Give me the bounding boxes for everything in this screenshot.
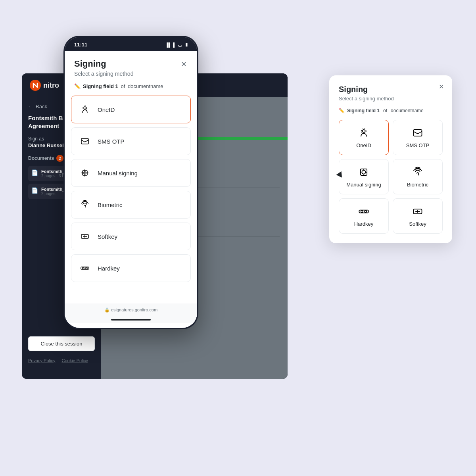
manual-signing-icon (78, 166, 92, 180)
svg-point-9 (363, 130, 365, 132)
sms-otp-icon (78, 134, 92, 148)
signal-icon: ▐▌▐ (165, 42, 175, 47)
modal-option-label-softkey: Softkey (409, 221, 426, 227)
softkey-icon (78, 229, 92, 244)
phone-modal-subtitle: Select a signing method (74, 71, 188, 77)
phone-field-label: ✏️ Signing field 1 of documentname (65, 83, 197, 89)
phone-modal-header: ✕ Signing Select a signing method (65, 51, 197, 83)
wifi-icon: ◡ (178, 42, 182, 48)
modal-options-grid: OneID SMS OTP Manual signing (339, 120, 443, 234)
modal-option-label-oneid: OneID (356, 142, 371, 148)
modal-pencil-icon: ✏️ (339, 108, 345, 113)
svg-rect-15 (361, 211, 363, 213)
svg-rect-7 (83, 267, 84, 269)
modal-softkey-icon (411, 205, 424, 218)
svg-rect-11 (414, 130, 422, 136)
modal-subtitle: Select a signing method (339, 96, 443, 102)
modal-option-sms-otp[interactable]: SMS OTP (393, 120, 443, 155)
svg-rect-6 (81, 267, 89, 269)
modal-oneid-icon (357, 127, 370, 139)
phone-option-manual[interactable]: Manual signing (71, 159, 191, 187)
modal-option-hardkey[interactable]: Hardkey (339, 198, 389, 234)
svg-rect-8 (86, 267, 87, 269)
modal-option-label-sms: SMS OTP (406, 142, 430, 148)
modal-hardkey-icon (357, 205, 370, 218)
phone-url-text: esignatures.gonitro.com (111, 307, 157, 312)
doc-file-icon-1: 📄 (31, 169, 38, 176)
phone-option-label-sms: SMS OTP (98, 138, 125, 145)
biometric-icon (78, 198, 92, 212)
phone-option-label-softkey: Softkey (98, 233, 117, 240)
oneid-icon (78, 102, 92, 117)
phone-close-button[interactable]: ✕ (178, 59, 189, 70)
phone-option-oneid[interactable]: OneID (71, 96, 191, 123)
modal-title: Signing (339, 85, 443, 94)
svg-rect-2 (81, 138, 88, 144)
svg-point-13 (362, 170, 365, 174)
svg-rect-14 (359, 210, 368, 213)
cookie-policy-link[interactable]: Cookie Policy (61, 358, 88, 363)
phone-url-bar: 🔒 esignatures.gonitro.com (65, 303, 197, 317)
phone-inner: 11:11 ▐▌▐ ◡ ▮ ✕ Signing Select a signing… (65, 37, 197, 328)
phone-option-label-manual: Manual signing (98, 170, 138, 177)
phone-content: ✕ Signing Select a signing method ✏️ Sig… (65, 51, 197, 323)
svg-rect-16 (365, 211, 367, 213)
footer-links: Privacy Policy Cookie Policy (28, 358, 88, 363)
phone-option-hardkey[interactable]: Hardkey (71, 254, 191, 282)
phone-status-bar: 11:11 ▐▌▐ ◡ ▮ (65, 37, 197, 51)
modal-biometric-icon (411, 166, 424, 178)
nitro-logo: nitro (30, 80, 59, 91)
phone-time: 11:11 (74, 42, 87, 48)
modal-option-label-manual: Manual signing (346, 182, 381, 188)
phone-modal-title: Signing (74, 59, 188, 69)
modal-option-label-hardkey: Hardkey (354, 221, 373, 227)
modal-option-manual[interactable]: Manual signing (339, 159, 389, 194)
modal-option-biometric[interactable]: Biometric (393, 159, 443, 194)
battery-icon: ▮ (185, 42, 188, 47)
privacy-policy-link[interactable]: Privacy Policy (28, 358, 55, 363)
phone-options-list: OneID SMS OTP (65, 96, 197, 303)
modal-field-label: ✏️ Signing field 1 of documentname (339, 108, 443, 113)
modal-manual-icon (357, 166, 370, 178)
phone-option-label-hardkey: Hardkey (98, 265, 120, 272)
svg-rect-12 (361, 169, 367, 175)
modal-option-label-biometric: Biometric (407, 182, 428, 188)
lock-icon: 🔒 (104, 307, 111, 312)
back-arrow-icon: ← (28, 104, 33, 109)
phone-home-indicator (65, 317, 197, 323)
doc-file-icon-2: 📄 (31, 187, 38, 194)
nitro-logo-icon (30, 80, 41, 91)
modal-option-oneid[interactable]: OneID (339, 120, 389, 155)
phone-option-softkey[interactable]: Softkey (71, 223, 191, 250)
hardkey-icon (78, 261, 92, 275)
phone-status-icons: ▐▌▐ ◡ ▮ (165, 42, 188, 48)
modal-sms-icon (411, 127, 424, 139)
desktop-modal: ✕ Signing Select a signing method ✏️ Sig… (329, 75, 452, 243)
doc-count-badge: 2 (56, 155, 63, 162)
phone-option-label-biometric: Biometric (98, 202, 123, 208)
modal-close-button[interactable]: ✕ (436, 82, 446, 91)
phone-mockup: 11:11 ▐▌▐ ◡ ▮ ✕ Signing Select a signing… (63, 36, 198, 329)
home-bar (111, 319, 151, 321)
close-session-button[interactable]: Close this session (28, 336, 95, 351)
svg-point-0 (84, 107, 86, 109)
phone-option-label-oneid: OneID (98, 106, 115, 113)
pencil-icon: ✏️ (74, 83, 81, 89)
modal-option-softkey[interactable]: Softkey (393, 198, 443, 234)
phone-option-sms-otp[interactable]: SMS OTP (71, 127, 191, 155)
nitro-logo-text: nitro (43, 81, 59, 90)
phone-option-biometric[interactable]: Biometric (71, 191, 191, 219)
